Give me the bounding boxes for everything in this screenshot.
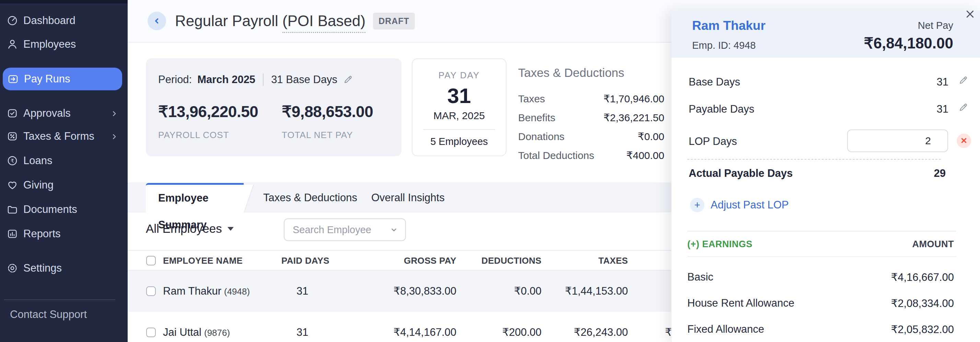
actual-payable-days-value: 29 <box>934 167 946 180</box>
employees-icon <box>6 38 18 50</box>
page-title: Regular Payroll (POI Based) <box>175 12 366 30</box>
dashboard-icon <box>6 15 18 26</box>
earning-label: Basic <box>687 271 713 283</box>
remove-lop-button[interactable]: ✕ <box>957 134 971 148</box>
earning-value: ₹2,08,334.00 <box>891 297 954 310</box>
dashed-divider <box>687 159 941 160</box>
sidebar-item-label: Loans <box>23 155 52 167</box>
earning-value: ₹2,05,832.00 <box>891 323 954 336</box>
sidebar-divider <box>4 299 115 300</box>
sidebar-item-reports[interactable]: Reports <box>6 225 61 242</box>
tab-overall-insights[interactable]: Overall Insights <box>371 183 445 213</box>
lop-days-input[interactable] <box>847 129 948 152</box>
divider <box>687 256 956 257</box>
sidebar-item-label: Approvals <box>23 107 71 120</box>
payroll-type-suffix: (POI Based) <box>282 12 366 33</box>
col-taxes: TAXES <box>558 251 628 270</box>
tab-slant-edge <box>233 185 254 213</box>
total-net-pay-value: ₹9,88,653.00 <box>282 102 373 121</box>
approvals-icon <box>6 107 18 119</box>
tax-row: Total Deductions ₹400.00 <box>518 146 664 165</box>
employee-count: 5 Employees <box>412 136 506 147</box>
row-checkbox[interactable] <box>146 286 156 296</box>
contact-support-link[interactable]: Contact Support <box>10 308 87 321</box>
pay-day-label: PAY DAY <box>412 70 506 81</box>
deductions-cell: ₹0.00 <box>474 270 541 312</box>
tax-row: Benefits ₹2,36,221.50 <box>518 108 664 127</box>
col-deductions: DEDUCTIONS <box>474 251 541 270</box>
col-employee-name: EMPLOYEE NAME <box>163 251 243 270</box>
plus-icon: + <box>690 198 705 212</box>
edit-payable-days-icon[interactable] <box>958 102 968 113</box>
net-pay-value: ₹6,84,180.00 <box>864 34 953 52</box>
sidebar-item-label: Settings <box>23 262 62 274</box>
svg-text:₹: ₹ <box>11 158 14 164</box>
col-gross-pay: GROSS PAY <box>364 251 457 270</box>
payroll-cost-value: ₹13,96,220.50 <box>158 102 258 121</box>
sidebar-item-approvals[interactable]: Approvals <box>6 105 71 121</box>
pay-day-number: 31 <box>412 83 506 108</box>
employee-name-cell: Jai Uttal(9876) <box>163 312 230 342</box>
sidebar-item-label: Documents <box>23 203 77 216</box>
bar-chart-icon <box>6 228 18 240</box>
adjust-past-lop-link[interactable]: + Adjust Past LOP <box>690 198 789 212</box>
divider <box>423 129 495 130</box>
employee-number: (9876) <box>204 328 230 338</box>
earnings-header: (+) EARNINGS <box>687 239 752 249</box>
tab-taxes-deductions[interactable]: Taxes & Deductions <box>263 183 357 213</box>
sidebar-item-employees[interactable]: Employees <box>6 36 76 53</box>
back-button[interactable] <box>148 12 166 30</box>
sidebar-item-settings[interactable]: Settings <box>6 260 62 276</box>
tab-employee-summary[interactable]: Employee Summary <box>146 183 243 213</box>
folder-icon <box>6 204 18 215</box>
sidebar-item-label: Pay Runs <box>24 73 70 85</box>
earning-label: House Rent Allowance <box>687 297 794 309</box>
taxes-cell: ₹1,44,153.00 <box>558 270 628 312</box>
taxes-deductions-title: Taxes & Deductions <box>518 66 664 80</box>
payroll-cost-block: ₹13,96,220.50 PAYROLL COST <box>158 102 258 141</box>
paid-days-cell: 31 <box>296 312 308 342</box>
payable-days-value: 31 <box>937 103 948 115</box>
period-line: Period: March 2025 31 Base Days <box>158 74 353 86</box>
deductions-cell: ₹200.00 <box>474 312 541 342</box>
divider <box>263 74 264 86</box>
payroll-app-screen: Dashboard Employees Pay Runs Approvals <box>0 0 980 342</box>
base-days-label: Base Days <box>689 76 740 88</box>
row-checkbox[interactable] <box>146 328 156 337</box>
search-input[interactable] <box>293 224 390 236</box>
select-all-checkbox[interactable] <box>146 256 156 265</box>
sidebar-item-giving[interactable]: Giving <box>6 177 54 193</box>
gear-icon <box>6 262 18 274</box>
employee-filter-dropdown[interactable]: All Employees <box>146 222 234 236</box>
total-net-pay-label: TOTAL NET PAY <box>282 130 373 141</box>
gross-pay-cell: ₹8,30,833.00 <box>364 270 457 312</box>
sidebar-item-label: Reports <box>23 228 61 240</box>
sidebar-item-label: Giving <box>23 179 54 191</box>
section-divider <box>687 231 956 232</box>
tax-row: Donations ₹0.00 <box>518 127 664 146</box>
panel-header: Ram Thakur Net Pay Emp. ID: 4948 ₹6,84,1… <box>671 10 980 58</box>
gross-pay-cell: ₹4,14,167.00 <box>364 312 457 342</box>
payable-days-label: Payable Days <box>689 103 754 115</box>
sidebar-item-loans[interactable]: ₹ Loans <box>6 152 52 169</box>
search-employee-box <box>284 218 406 241</box>
period-label: Period: <box>158 74 192 86</box>
pay-day-date: MAR, 2025 <box>412 110 506 121</box>
edit-base-days-icon[interactable] <box>343 75 353 85</box>
chevron-down-icon[interactable] <box>390 225 398 234</box>
employee-name-link[interactable]: Ram Thakur <box>692 19 765 33</box>
taxes-deductions-summary: Taxes & Deductions Taxes ₹1,70,946.00 Be… <box>518 66 664 165</box>
tax-row: Taxes ₹1,70,946.00 <box>518 89 664 108</box>
chevron-left-icon <box>152 16 161 26</box>
earning-label: Fixed Allowance <box>687 323 764 336</box>
sidebar-item-taxes-forms[interactable]: Taxes & Forms <box>6 128 94 145</box>
net-pay-block: ₹9,88,653.00 TOTAL NET PAY <box>282 102 373 141</box>
sidebar-item-pay-runs[interactable]: Pay Runs <box>3 68 122 90</box>
taxes-forms-icon <box>6 131 18 142</box>
sidebar-item-dashboard[interactable]: Dashboard <box>6 12 75 29</box>
close-icon[interactable] <box>964 8 977 21</box>
lop-days-label: LOP Days <box>689 135 737 148</box>
edit-base-days-icon[interactable] <box>958 75 968 85</box>
sidebar-item-documents[interactable]: Documents <box>6 201 77 218</box>
employee-name-cell: Ram Thakur(4948) <box>163 270 250 312</box>
